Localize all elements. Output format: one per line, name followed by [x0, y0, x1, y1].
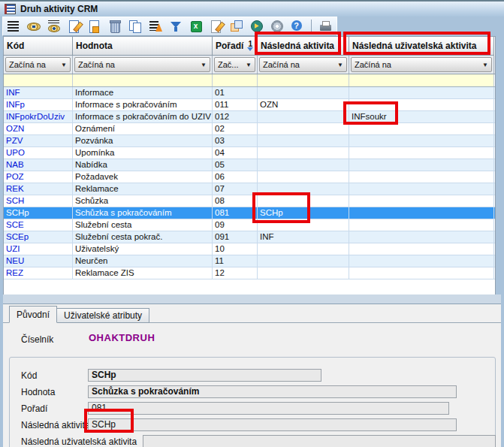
cell-nasledna-uzivatelska-aktivita[interactable]	[349, 99, 494, 110]
cell-kod[interactable]: SCEp	[4, 231, 73, 243]
toolbar-rows-button[interactable]	[6, 18, 22, 35]
grid-row-PZV[interactable]: PZVPozvánka03	[4, 135, 495, 147]
cell-poradi[interactable]: 01	[213, 87, 258, 98]
field-value-nasledna-uzivatelska-aktivita[interactable]	[143, 435, 496, 447]
cell-hodnota[interactable]: Pozvánka	[73, 135, 213, 146]
grid-row-NAB[interactable]: NABNabídka05	[4, 159, 495, 171]
toolbar-view-button[interactable]	[26, 18, 42, 35]
cell-nasledna-aktivita[interactable]	[258, 159, 349, 171]
cell-nasledna-uzivatelska-aktivita[interactable]	[349, 219, 494, 231]
toolbar-filter-button[interactable]	[168, 18, 184, 35]
filter-dropdown-nasledna-uzivatelska-aktivita[interactable]: Začíná na▼	[351, 57, 492, 72]
cell-nasledna-uzivatelska-aktivita[interactable]: INFsoukr	[349, 111, 494, 122]
cell-poradi[interactable]: 10	[213, 243, 258, 255]
grid-row-INFp[interactable]: INFpInformace s pokračováním011OZN	[4, 99, 495, 111]
grid-row-UPO[interactable]: UPOUpomínka04	[4, 147, 495, 159]
field-value-hodnota[interactable]: Schůzka s pokračováním	[88, 385, 457, 398]
cell-kod[interactable]: NAB	[4, 159, 73, 171]
cell-kod[interactable]: INFpokrDoUziv	[4, 111, 73, 122]
cell-nasledna-aktivita[interactable]	[258, 111, 349, 122]
cell-nasledna-aktivita[interactable]	[258, 147, 349, 159]
cell-kod[interactable]: NEU	[4, 255, 73, 267]
filter-input-kod[interactable]	[4, 74, 73, 86]
cell-hodnota[interactable]: Informace	[73, 87, 213, 98]
cell-nasledna-uzivatelska-aktivita[interactable]	[349, 147, 494, 159]
cell-poradi[interactable]: 11	[213, 255, 258, 267]
cell-poradi[interactable]: 081	[213, 207, 258, 219]
grid-row-INF[interactable]: INFInformace01	[4, 87, 495, 99]
toolbar-copy-button[interactable]	[128, 18, 143, 35]
cell-nasledna-aktivita[interactable]	[258, 219, 349, 231]
column-header-hodnota[interactable]: Hodnota	[73, 37, 213, 56]
toolbar-help-button[interactable]	[289, 18, 305, 35]
cell-hodnota[interactable]: Schůzka	[73, 195, 213, 207]
grid-row-SCHp[interactable]: SCHpSchůzka s pokračováním081SCHp	[4, 207, 495, 219]
grid-row-SCH[interactable]: SCHSchůzka08	[4, 195, 495, 207]
column-header-kod[interactable]: Kód	[4, 37, 73, 56]
cell-poradi[interactable]: 091	[213, 231, 258, 243]
filter-input-nasledna-uzivatelska-aktivita[interactable]	[349, 74, 494, 86]
cell-nasledna-aktivita[interactable]	[258, 195, 349, 207]
cell-nasledna-uzivatelska-aktivita[interactable]	[349, 159, 494, 171]
toolbar-history-button[interactable]	[249, 18, 264, 35]
cell-hodnota[interactable]: Schůzka s pokračováním	[73, 207, 213, 219]
cell-nasledna-aktivita[interactable]: INF	[258, 231, 349, 243]
cell-hodnota[interactable]: Neurčen	[73, 255, 213, 267]
grid-row-NEU[interactable]: NEUNeurčen11	[4, 255, 495, 267]
tab-uzivatelske-atributy[interactable]: Uživatelské atributy	[57, 308, 149, 323]
cell-poradi[interactable]: 03	[213, 135, 258, 146]
cell-hodnota[interactable]: Informace s pokračováním	[73, 99, 213, 110]
toolbar-trash-button[interactable]	[107, 18, 123, 35]
cell-nasledna-aktivita[interactable]	[258, 243, 349, 255]
filter-dropdown-poradi[interactable]: Zač...▼	[214, 57, 255, 72]
cell-hodnota[interactable]: Reklamace ZIS	[73, 267, 213, 279]
cell-kod[interactable]: INF	[4, 87, 73, 98]
cell-kod[interactable]: SCH	[4, 195, 73, 207]
cell-nasledna-uzivatelska-aktivita[interactable]	[349, 243, 494, 255]
cell-nasledna-uzivatelska-aktivita[interactable]	[349, 171, 494, 183]
cell-nasledna-aktivita[interactable]	[258, 171, 349, 183]
toolbar-print-button[interactable]	[318, 18, 333, 35]
cell-nasledna-uzivatelska-aktivita[interactable]	[349, 183, 494, 195]
cell-hodnota[interactable]: Upomínka	[73, 147, 213, 159]
grid-row-SCEp[interactable]: SCEpSlužební cesta pokrač.091INF	[4, 231, 495, 243]
cell-kod[interactable]: UZI	[4, 243, 73, 255]
cell-nasledna-aktivita[interactable]	[258, 135, 349, 146]
cell-nasledna-aktivita[interactable]	[258, 123, 349, 134]
cell-nasledna-uzivatelska-aktivita[interactable]	[349, 267, 494, 279]
column-header-nasledna-uzivatelska-aktivita[interactable]: Následná uživatelská aktivita	[349, 37, 494, 56]
cell-hodnota[interactable]: Nabídka	[73, 159, 213, 171]
cell-nasledna-uzivatelska-aktivita[interactable]	[349, 87, 494, 98]
cell-poradi[interactable]: 09	[213, 219, 258, 231]
cell-poradi[interactable]: 02	[213, 123, 258, 134]
cell-nasledna-aktivita[interactable]	[258, 87, 349, 98]
column-header-nasledna-aktivita[interactable]: Následná aktivita	[258, 37, 349, 56]
cell-nasledna-aktivita[interactable]: OZN	[258, 99, 349, 110]
filter-dropdown-nasledna-aktivita[interactable]: Začíná na▼	[259, 57, 347, 72]
filter-dropdown-kod[interactable]: Začíná na▼	[5, 57, 71, 72]
toolbar-viewlist-button[interactable]	[47, 18, 62, 35]
toolbar-docnew-button[interactable]	[67, 18, 83, 35]
cell-kod[interactable]: REK	[4, 183, 73, 195]
cell-kod[interactable]: REZ	[4, 267, 73, 279]
cell-nasledna-aktivita[interactable]	[258, 267, 349, 279]
toolbar-batch-button[interactable]	[148, 18, 164, 35]
cell-nasledna-uzivatelska-aktivita[interactable]	[349, 231, 494, 243]
toolbar-disk-button[interactable]	[269, 18, 285, 35]
grid-row-REK[interactable]: REKReklamace07	[4, 183, 495, 195]
splitter[interactable]	[3, 294, 501, 304]
column-header-poradi[interactable]: Pořadí1	[213, 37, 258, 56]
cell-nasledna-uzivatelska-aktivita[interactable]	[349, 135, 494, 146]
filter-input-poradi[interactable]	[213, 74, 258, 86]
cell-nasledna-aktivita[interactable]	[258, 255, 349, 267]
cell-hodnota[interactable]: Informace s pokračováním do UZIV	[73, 111, 213, 122]
cell-nasledna-aktivita[interactable]: SCHp	[258, 207, 349, 219]
cell-poradi[interactable]: 07	[213, 183, 258, 195]
cell-poradi[interactable]: 04	[213, 147, 258, 159]
cell-kod[interactable]: INFp	[4, 99, 73, 110]
field-value-poradi[interactable]: 081	[88, 402, 449, 415]
cell-nasledna-uzivatelska-aktivita[interactable]	[349, 255, 494, 267]
grid-row-REZ[interactable]: REZReklamace ZIS12	[4, 267, 495, 279]
cell-nasledna-aktivita[interactable]	[258, 183, 349, 195]
toolbar-notes-button[interactable]	[208, 18, 224, 35]
